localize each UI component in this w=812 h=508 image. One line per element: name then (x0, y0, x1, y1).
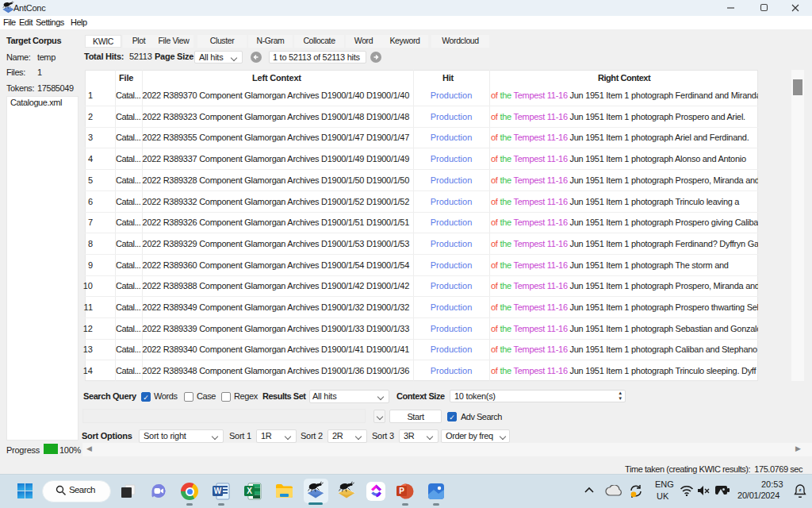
svg-text:P: P (399, 487, 404, 495)
svg-text:X: X (247, 487, 252, 495)
svg-text:z: z (799, 487, 802, 492)
svg-text:W: W (214, 487, 222, 495)
